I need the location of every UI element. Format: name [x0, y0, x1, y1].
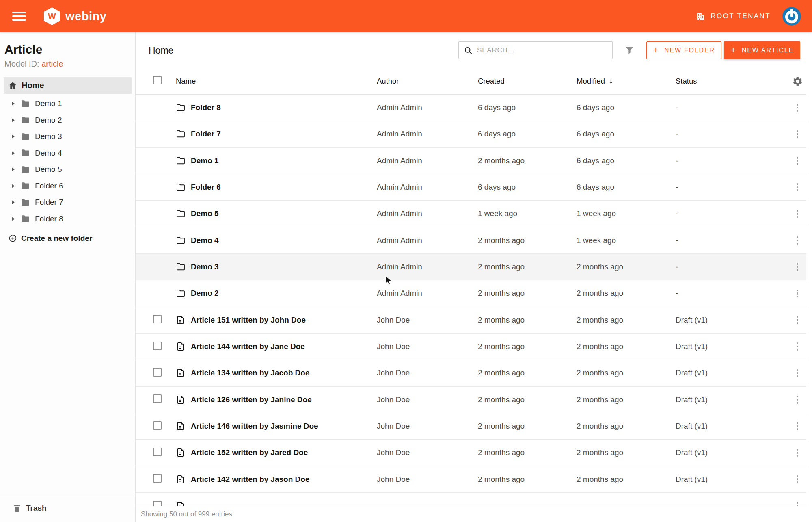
sidebar-tree-item-demo-4[interactable]: Demo 4 [0, 145, 135, 162]
new-folder-button[interactable]: + NEW FOLDER [646, 41, 721, 59]
sidebar-tree-item-folder-7[interactable]: Folder 7 [0, 194, 135, 211]
row-author: John Doe [377, 395, 478, 404]
row-status: - [676, 156, 789, 165]
row-name[interactable]: Folder 8 [191, 103, 221, 112]
table-row[interactable]: Article 146 written by Jasmine Doe John … [136, 413, 806, 440]
sidebar-tree-item-demo-5[interactable]: Demo 5 [0, 161, 135, 178]
column-header-name[interactable]: Name [176, 77, 377, 86]
row-actions-kebab[interactable] [794, 154, 801, 167]
row-checkbox[interactable] [153, 342, 162, 350]
expand-caret-icon[interactable] [12, 217, 15, 221]
row-checkbox[interactable] [153, 474, 162, 483]
row-checkbox[interactable] [153, 394, 162, 403]
row-checkbox[interactable] [153, 368, 162, 377]
plus-circle-icon [8, 234, 17, 243]
sidebar-tree-item-folder-6[interactable]: Folder 6 [0, 178, 135, 195]
table-row[interactable]: Article 142 written by Jason Doe John Do… [136, 466, 806, 493]
user-avatar[interactable] [782, 6, 801, 26]
row-name[interactable]: Article 152 written by Jared Doe [191, 448, 308, 457]
row-checkbox[interactable] [153, 448, 162, 456]
sidebar-item-trash[interactable]: Trash [0, 494, 135, 522]
sidebar-item-home[interactable]: Home [4, 77, 132, 94]
row-name[interactable]: Article 151 written by John Doe [191, 316, 306, 325]
table-row[interactable]: Folder 6 Admin Admin 6 days ago 6 days a… [136, 174, 806, 201]
row-actions-kebab[interactable] [794, 393, 801, 406]
row-actions-kebab[interactable] [794, 181, 801, 194]
webiny-wordmark: webiny [65, 10, 106, 23]
page-title: Home [149, 45, 173, 56]
sidebar-tree-item-demo-1[interactable]: Demo 1 [0, 95, 135, 112]
toolbar: Home + NEW FOLDER + NEW ARTICLE [136, 32, 806, 68]
column-header-status[interactable]: Status [676, 77, 789, 86]
row-name[interactable]: Demo 4 [191, 236, 219, 245]
new-article-button[interactable]: + NEW ARTICLE [724, 41, 800, 59]
column-header-modified[interactable]: Modified [577, 77, 676, 86]
tree-item-label: Demo 2 [35, 116, 62, 125]
row-created: 2 months ago [478, 422, 577, 431]
expand-caret-icon[interactable] [12, 167, 15, 171]
row-actions-kebab[interactable] [794, 314, 801, 327]
table-row[interactable]: Demo 4 Admin Admin 2 months ago 1 week a… [136, 227, 806, 254]
sidebar-tree-item-folder-8[interactable]: Folder 8 [0, 211, 135, 227]
row-name[interactable]: Demo 3 [191, 262, 219, 271]
folder-icon [20, 115, 30, 125]
row-created: 2 months ago [478, 342, 577, 351]
row-modified: 2 months ago [577, 395, 676, 404]
row-name[interactable]: Article 134 written by Jacob Doe [191, 368, 310, 377]
row-actions-kebab[interactable] [794, 128, 801, 141]
tenant-selector[interactable]: ROOT TENANT [695, 11, 771, 22]
create-folder-button[interactable]: Create a new folder [8, 234, 135, 243]
table-row[interactable]: Demo 3 Admin Admin 2 months ago 2 months… [136, 254, 806, 280]
folder-icon [20, 197, 30, 208]
row-checkbox[interactable] [153, 315, 162, 323]
row-name[interactable]: Folder 6 [191, 183, 221, 192]
table-row[interactable]: Article 126 written by Janine Doe John D… [136, 387, 806, 413]
row-name[interactable]: Demo 1 [191, 156, 219, 165]
row-name[interactable]: Folder 7 [191, 130, 221, 139]
sidebar-tree-item-demo-2[interactable]: Demo 2 [0, 112, 135, 129]
table-row[interactable]: Folder 7 Admin Admin 6 days ago 6 days a… [136, 121, 806, 147]
row-name[interactable]: Demo 5 [191, 209, 219, 218]
row-name[interactable]: Article 126 written by Janine Doe [191, 395, 312, 404]
expand-caret-icon[interactable] [12, 134, 15, 139]
table-settings-gear-icon[interactable] [792, 76, 803, 87]
scrollbar-gutter[interactable] [806, 32, 812, 522]
row-checkbox[interactable] [153, 421, 162, 430]
row-actions-kebab[interactable] [794, 367, 801, 380]
expand-caret-icon[interactable] [12, 151, 15, 155]
filter-button[interactable] [624, 45, 635, 56]
row-actions-kebab[interactable] [794, 260, 801, 273]
select-all-checkbox[interactable] [153, 76, 162, 84]
table-row[interactable]: Article 151 written by John Doe John Doe… [136, 307, 806, 334]
folder-icon [20, 181, 30, 191]
hamburger-menu-icon[interactable] [12, 12, 26, 21]
expand-caret-icon[interactable] [12, 200, 15, 204]
row-actions-kebab[interactable] [794, 287, 801, 300]
sidebar-tree-item-demo-3[interactable]: Demo 3 [0, 128, 135, 145]
table-row[interactable]: Demo 5 Admin Admin 1 week ago 1 week ago… [136, 201, 806, 227]
table-row[interactable]: Demo 1 Admin Admin 2 months ago 6 days a… [136, 148, 806, 174]
row-name[interactable]: Article 142 written by Jason Doe [191, 475, 310, 484]
row-actions-kebab[interactable] [794, 101, 801, 114]
row-status: - [676, 289, 789, 298]
table-row[interactable]: Demo 2 Admin Admin 2 months ago 2 months… [136, 280, 806, 307]
table-row[interactable]: Article 152 written by Jared Doe John Do… [136, 440, 806, 466]
table-row[interactable]: Article 134 written by Jacob Doe John Do… [136, 360, 806, 386]
table-row[interactable]: Article 144 written by Jane Doe John Doe… [136, 334, 806, 360]
row-name[interactable]: Article 144 written by Jane Doe [191, 342, 305, 351]
row-actions-kebab[interactable] [794, 420, 801, 433]
column-header-author[interactable]: Author [377, 77, 478, 86]
row-actions-kebab[interactable] [794, 446, 801, 459]
table-row[interactable]: Folder 8 Admin Admin 6 days ago 6 days a… [136, 95, 806, 121]
row-name[interactable]: Article 146 written by Jasmine Doe [191, 422, 318, 431]
row-name[interactable]: Demo 2 [191, 289, 219, 298]
expand-caret-icon[interactable] [12, 184, 15, 188]
row-actions-kebab[interactable] [794, 473, 801, 486]
expand-caret-icon[interactable] [12, 118, 15, 122]
row-actions-kebab[interactable] [794, 234, 801, 247]
search-input[interactable] [477, 46, 608, 54]
column-header-created[interactable]: Created [478, 77, 577, 86]
expand-caret-icon[interactable] [12, 102, 15, 106]
row-actions-kebab[interactable] [794, 208, 801, 221]
row-actions-kebab[interactable] [794, 340, 801, 353]
